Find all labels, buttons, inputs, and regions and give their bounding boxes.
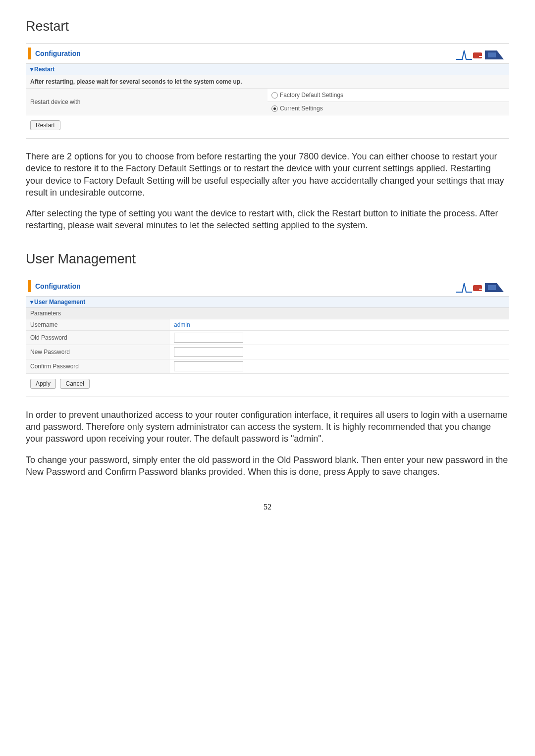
svg-rect-1 bbox=[479, 56, 482, 57]
caret-down-icon: ▾ bbox=[30, 66, 33, 73]
factory-default-label: Factory Default Settings bbox=[280, 92, 343, 99]
cancel-button[interactable]: Cancel bbox=[60, 379, 89, 389]
accent-bar bbox=[28, 280, 31, 292]
restart-options-table: Restart device with Factory Default Sett… bbox=[26, 89, 509, 115]
subsection-label: Restart bbox=[34, 66, 54, 73]
svg-rect-4 bbox=[479, 289, 482, 290]
panel-title: Configuration bbox=[35, 50, 81, 57]
new-password-label: New Password bbox=[26, 345, 170, 359]
username-value: admin bbox=[174, 321, 190, 328]
user-management-paragraph-1: In order to prevent unauthorized access … bbox=[26, 409, 509, 445]
restart-button[interactable]: Restart bbox=[30, 120, 60, 130]
current-settings-label: Current Settings bbox=[280, 105, 323, 112]
factory-default-radio[interactable]: Factory Default Settings bbox=[271, 91, 505, 100]
panel-header: Configuration bbox=[26, 276, 509, 297]
current-settings-radio[interactable]: Current Settings bbox=[271, 104, 505, 113]
panel-header: Configuration bbox=[26, 44, 509, 64]
brand-logo bbox=[455, 46, 505, 61]
username-label: Username bbox=[26, 319, 170, 331]
confirm-password-input[interactable] bbox=[174, 361, 243, 371]
restart-panel: Configuration ▾Restart After restarting,… bbox=[26, 43, 509, 139]
user-management-subsection[interactable]: ▾User Management bbox=[26, 297, 509, 308]
restart-info-text: After restarting, please wait for severa… bbox=[26, 75, 509, 89]
restart-device-with-label: Restart device with bbox=[26, 89, 268, 115]
old-password-label: Old Password bbox=[26, 330, 170, 345]
svg-rect-0 bbox=[473, 52, 482, 58]
parameters-header: Parameters bbox=[26, 308, 509, 319]
restart-paragraph-1: There are 2 options for you to choose fr… bbox=[26, 151, 509, 199]
svg-rect-3 bbox=[473, 285, 482, 291]
panel-title: Configuration bbox=[35, 282, 81, 290]
restart-subsection[interactable]: ▾Restart bbox=[26, 64, 509, 75]
page-number: 52 bbox=[26, 503, 509, 511]
new-password-input[interactable] bbox=[174, 347, 243, 357]
confirm-password-label: Confirm Password bbox=[26, 359, 170, 373]
user-management-heading: User Management bbox=[26, 252, 509, 267]
radio-checked-icon bbox=[271, 105, 278, 112]
subsection-label: User Management bbox=[34, 299, 85, 305]
restart-heading: Restart bbox=[26, 19, 509, 34]
user-management-table: Username admin Old Password New Password… bbox=[26, 319, 509, 374]
user-management-panel: Configuration ▾User Management Parameter… bbox=[26, 276, 509, 397]
brand-logo bbox=[455, 278, 505, 294]
accent-bar bbox=[28, 48, 31, 59]
apply-button[interactable]: Apply bbox=[30, 379, 56, 389]
user-management-paragraph-2: To change your password, simply enter th… bbox=[26, 454, 509, 478]
old-password-input[interactable] bbox=[174, 333, 243, 343]
caret-down-icon: ▾ bbox=[30, 299, 33, 305]
svg-rect-2 bbox=[488, 52, 496, 57]
radio-unchecked-icon bbox=[271, 92, 278, 99]
svg-rect-5 bbox=[488, 285, 496, 290]
restart-paragraph-2: After selecting the type of setting you … bbox=[26, 207, 509, 232]
